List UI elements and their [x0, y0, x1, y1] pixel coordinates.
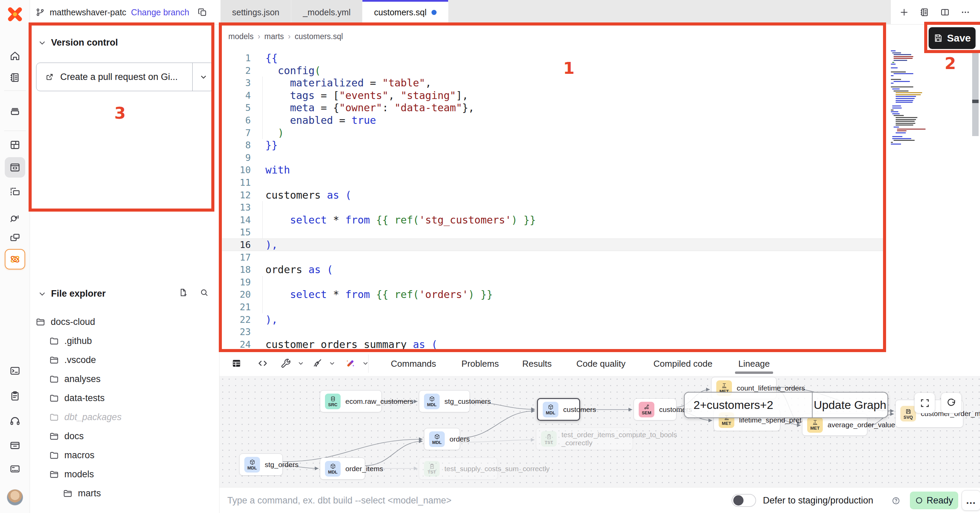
rail-divider	[4, 91, 26, 91]
rail-item-headset-icon[interactable]	[5, 411, 25, 431]
code-line[interactable]: config(	[266, 64, 321, 77]
copy-icon[interactable]	[197, 7, 208, 17]
pr-dropdown-button[interactable]	[192, 63, 214, 91]
ellipsis-icon[interactable]	[960, 7, 970, 17]
minimap[interactable]	[891, 50, 969, 241]
tree-item-marts[interactable]: marts	[63, 486, 101, 501]
rail-item-card-icon[interactable]	[5, 459, 25, 479]
file-explorer-header[interactable]: File explorer	[38, 289, 106, 299]
save-button[interactable]: Save	[929, 27, 975, 49]
panel-tab-Lineage[interactable]: Lineage	[738, 354, 770, 373]
help-icon[interactable]	[891, 496, 900, 505]
search-icon[interactable]	[199, 288, 209, 297]
rail-item-tray-stack-icon[interactable]	[5, 101, 25, 121]
code-line[interactable]: )	[266, 127, 284, 139]
chevron-down-icon[interactable]	[358, 356, 373, 371]
broom-icon-button[interactable]	[310, 356, 325, 371]
code-editor[interactable]: models›marts›customers.sql 1{{2 config(3…	[220, 24, 980, 352]
refresh-button[interactable]	[941, 392, 962, 413]
rail-item-home-icon[interactable]	[5, 46, 25, 66]
lineage-node-customers[interactable]: MDLcustomers	[537, 398, 580, 421]
rail-item-windows-icon[interactable]	[5, 227, 25, 248]
lineage-canvas[interactable]: SRCecom.raw_customersMDLstg_customersMDL…	[220, 376, 980, 487]
code-line[interactable]: tags = ["events", "staging"],	[266, 89, 468, 102]
code-line[interactable]: {{	[266, 52, 278, 64]
code-line[interactable]: materialized = "table",	[266, 76, 431, 89]
rail-item-drawer-icon[interactable]	[5, 435, 25, 455]
code-line[interactable]: orders as (	[266, 263, 333, 276]
fullscreen-button[interactable]	[914, 392, 935, 413]
lineage-node-stg_orders[interactable]: MDLstg_orders	[239, 453, 283, 476]
rail-item-frame-select-icon[interactable]	[5, 182, 25, 202]
tree-item-data-tests[interactable]: data-tests	[49, 391, 105, 405]
tree-item-docs-cloud[interactable]: docs-cloud	[36, 314, 95, 329]
lineage-node-test_order_items_compute_to_bools[interactable]: TSTtest_order_items_compute_to_bools _co…	[536, 427, 633, 450]
lineage-node-customers[interactable]: SEMcustomers	[633, 399, 676, 421]
tree-item-.vscode[interactable]: .vscode	[49, 353, 96, 367]
lineage-node-ecom.raw_customers[interactable]: SRCecom.raw_customers	[320, 390, 382, 412]
lineage-node-orders[interactable]: MDLorders	[424, 428, 460, 450]
breadcrumb-item[interactable]: models	[228, 32, 253, 41]
tree-item-dbt_packages[interactable]: dbt_packages	[49, 410, 121, 424]
rail-item-terminal-icon[interactable]	[5, 361, 25, 381]
code-line[interactable]: ),	[266, 313, 278, 326]
breadcrumb-item[interactable]: marts	[264, 32, 284, 41]
minimap-line	[891, 67, 898, 68]
rail-item-blocks-icon[interactable]	[5, 135, 25, 155]
magic-wand-icon-button[interactable]	[343, 356, 358, 371]
lineage-node-test_supply_costs_sum_correctly[interactable]: TSTtest_supply_costs_sum_correctly	[419, 457, 498, 480]
wrench-icon-button[interactable]	[278, 356, 293, 371]
branch-selector[interactable]: matthewshaver-patc Change branch	[30, 0, 208, 24]
code-line[interactable]: meta = {"owner": "data-team"},	[266, 102, 474, 114]
rail-item-clipboard-icon[interactable]	[5, 386, 25, 406]
tree-item-docs[interactable]: docs	[49, 429, 84, 444]
code-line[interactable]: select * from {{ ref('stg_customers') }}	[266, 214, 536, 226]
avatar[interactable]	[7, 489, 23, 505]
defer-toggle[interactable]	[732, 494, 756, 507]
code-line[interactable]: select * from {{ ref('orders') }}	[266, 288, 493, 301]
more-options-button[interactable]: …	[962, 490, 980, 511]
chevron-down-icon[interactable]	[325, 356, 340, 371]
create-pull-request-button[interactable]: Create a pull request on Gi...	[36, 63, 215, 91]
graph-selector-input[interactable]: 2+customers+2	[685, 392, 812, 418]
plus-icon[interactable]	[899, 7, 909, 17]
tree-item-label: .github	[64, 336, 92, 346]
panel-tab-Results[interactable]: Results	[522, 354, 552, 373]
change-branch-link[interactable]: Change branch	[131, 8, 189, 17]
panel-tab-Problems[interactable]: Problems	[461, 354, 499, 373]
dbt-logo-icon[interactable]	[5, 5, 24, 24]
version-control-header[interactable]: Version control	[38, 37, 118, 48]
panel-tab-Code quality[interactable]: Code quality	[576, 354, 626, 373]
update-graph-button[interactable]: Update Graph	[812, 392, 888, 418]
chevron-down-icon[interactable]	[293, 356, 308, 371]
split-view-icon[interactable]	[940, 7, 950, 17]
tab-settings.json[interactable]: settings.json	[221, 0, 291, 24]
panel-tab-Compiled code[interactable]: Compiled code	[653, 354, 712, 373]
code-line[interactable]: customer_orders_summary as (	[266, 338, 438, 351]
tab-customers.sql[interactable]: customers.sql	[363, 0, 448, 24]
lineage-node-stg_customers[interactable]: MDLstg_customers	[419, 390, 470, 412]
rail-item-journal-icon[interactable]	[5, 67, 25, 88]
tree-item-analyses[interactable]: analyses	[49, 372, 101, 386]
code-icon-button[interactable]	[255, 356, 270, 371]
code-line[interactable]: ),	[266, 238, 278, 251]
code-line[interactable]: customers as (	[266, 189, 352, 202]
journal-icon[interactable]	[920, 7, 930, 17]
tree-item-macros[interactable]: macros	[49, 448, 95, 463]
rail-item-atom-copilot-icon[interactable]	[5, 249, 25, 269]
code-line[interactable]: enabled = true	[266, 114, 376, 127]
code-line[interactable]: }}	[266, 139, 278, 151]
results-table-icon-button[interactable]	[229, 356, 244, 371]
new-file-icon[interactable]	[178, 288, 188, 297]
lineage-node-order_items[interactable]: MDLorder_items	[320, 457, 365, 480]
scrollbar[interactable]	[972, 52, 978, 136]
panel-tab-Commands[interactable]: Commands	[391, 354, 436, 373]
code-line[interactable]: with	[266, 164, 290, 176]
command-input[interactable]: Type a command, ex. dbt build --select <…	[227, 488, 452, 513]
breadcrumb-item[interactable]: customers.sql	[295, 32, 343, 41]
tab-_models.yml[interactable]: _models.yml	[291, 0, 363, 24]
rail-item-code-editor-icon[interactable]	[5, 157, 25, 178]
tree-item-models[interactable]: models	[49, 467, 94, 482]
tree-item-.github[interactable]: .github	[49, 334, 92, 348]
rail-item-search-insights-icon[interactable]	[5, 208, 25, 228]
